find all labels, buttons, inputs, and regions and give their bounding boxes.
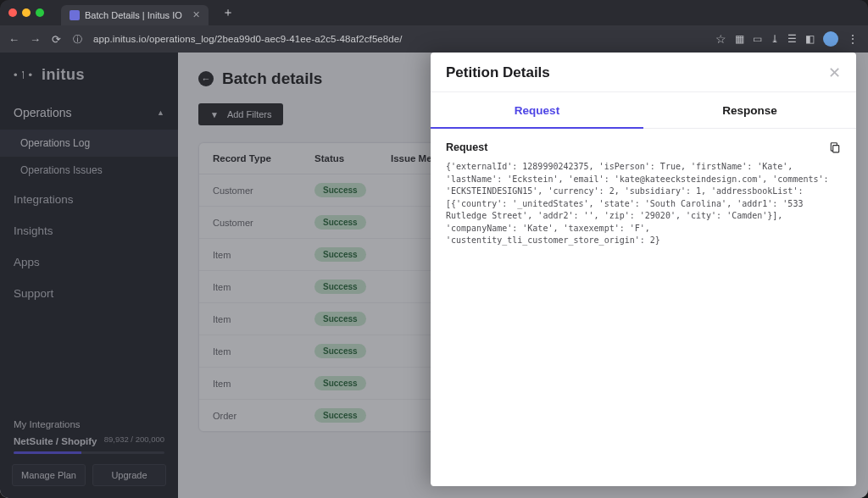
- extension-icon[interactable]: ▦: [735, 33, 744, 45]
- sidepanel-icon[interactable]: ◧: [805, 33, 815, 45]
- menu-dots-icon[interactable]: ⋮: [847, 32, 860, 46]
- nav-forward-icon[interactable]: →: [30, 33, 41, 46]
- panel-title: Petition Details: [446, 64, 550, 81]
- address-field[interactable]: app.initus.io/operations_log/2bea99d0-ae…: [93, 34, 705, 44]
- panel-body: Request {'externalId': 1289990242375, 'i…: [431, 129, 856, 486]
- tab-request[interactable]: Request: [431, 92, 643, 129]
- copy-icon[interactable]: [829, 141, 841, 154]
- panel-tabs: Request Response: [431, 92, 856, 129]
- window-controls: [8, 8, 44, 17]
- nav-reload-icon[interactable]: ⟳: [51, 33, 62, 46]
- browser-tab[interactable]: Batch Details | Initus IO ✕: [61, 5, 209, 25]
- browser-window: Batch Details | Initus IO ✕ ＋ ← → ⟳ ⓘ ap…: [0, 0, 868, 498]
- window-close[interactable]: [8, 8, 17, 17]
- download-icon[interactable]: ⤓: [771, 33, 779, 45]
- site-info-icon[interactable]: ⓘ: [72, 33, 83, 46]
- tab-title: Batch Details | Initus IO: [85, 10, 182, 20]
- request-section-label: Request: [446, 141, 487, 153]
- bookmark-icon[interactable]: ☆: [715, 32, 726, 46]
- nav-back-icon[interactable]: ←: [8, 33, 19, 46]
- favicon-icon: [70, 10, 80, 20]
- profile-icon[interactable]: [823, 31, 838, 47]
- tab-close-icon[interactable]: ✕: [192, 9, 200, 20]
- close-icon[interactable]: ✕: [828, 65, 841, 80]
- tab-response[interactable]: Response: [643, 92, 856, 129]
- panel-header: Petition Details ✕: [431, 53, 856, 92]
- window-zoom[interactable]: [36, 8, 44, 17]
- svg-rect-0: [833, 146, 839, 152]
- request-body[interactable]: {'externalId': 1289990242375, 'isPerson'…: [446, 161, 841, 247]
- window-minimize[interactable]: [22, 8, 31, 17]
- url-bar: ← → ⟳ ⓘ app.initus.io/operations_log/2be…: [0, 25, 868, 53]
- titlebar: Batch Details | Initus IO ✕ ＋: [0, 0, 868, 25]
- petition-details-panel: Petition Details ✕ Request Response Requ…: [431, 53, 856, 486]
- toolbar-actions: ☆ ▦ ▭ ⤓ ☰ ◧ ⋮: [715, 31, 860, 47]
- new-tab-button[interactable]: ＋: [222, 5, 234, 20]
- extensions-menu-icon[interactable]: ☰: [787, 33, 797, 45]
- extension2-icon[interactable]: ▭: [753, 33, 762, 45]
